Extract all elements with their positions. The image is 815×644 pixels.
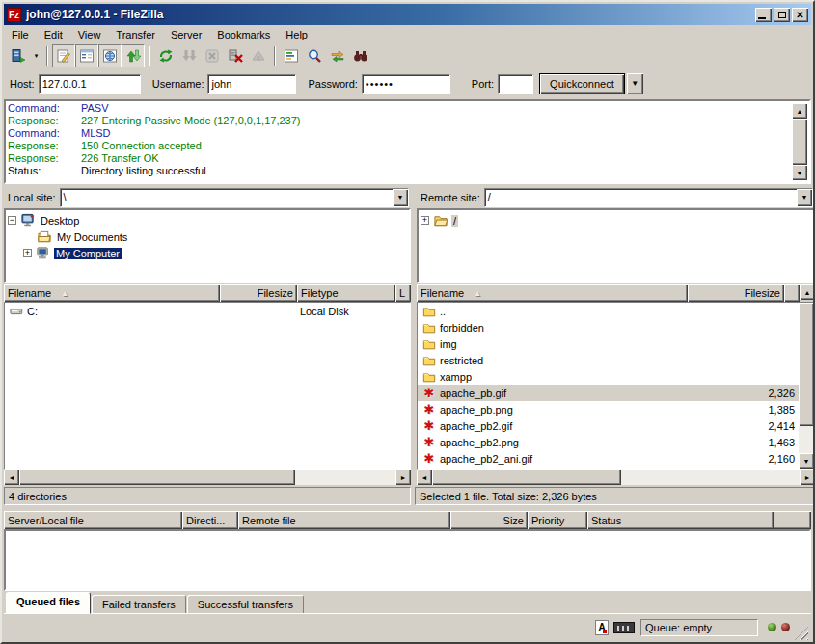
scroll-thumb[interactable] xyxy=(19,470,295,485)
toggle-message-log-button[interactable] xyxy=(52,44,75,67)
bottom-status-bar: A Queue: empty xyxy=(4,613,811,640)
local-list-header: Filename▲ Filesize Filetype L xyxy=(4,284,411,302)
column-header-filename[interactable]: Filename▲ xyxy=(4,284,220,302)
remote-site-combobox[interactable]: / ▼ xyxy=(484,188,813,207)
column-header-last-modified[interactable]: L xyxy=(395,284,411,302)
file-row[interactable]: ✱apache_pb2.png 1,463 xyxy=(418,434,799,450)
compare-icon xyxy=(307,48,322,64)
toggle-remote-tree-button[interactable] xyxy=(98,44,122,67)
column-header-status[interactable]: Status xyxy=(587,511,774,529)
local-site-dropdown[interactable]: ▼ xyxy=(393,189,408,206)
tree-item-root[interactable]: + / xyxy=(421,212,811,228)
tree-item-my-computer[interactable]: + My Computer xyxy=(8,245,407,261)
site-manager-dropdown[interactable]: ▾ xyxy=(30,44,42,67)
refresh-button[interactable] xyxy=(154,44,177,67)
remote-tree-icon xyxy=(102,48,118,64)
log-label: Response: xyxy=(8,140,81,152)
file-row[interactable]: ✱apache_pb.png 1,385 xyxy=(418,401,799,417)
scroll-right-button[interactable]: ► xyxy=(395,470,411,485)
expand-icon[interactable]: + xyxy=(421,216,429,225)
filter-button[interactable] xyxy=(280,44,303,67)
toggle-local-tree-button[interactable] xyxy=(75,44,98,67)
scroll-left-button[interactable]: ◄ xyxy=(417,470,432,485)
disconnect-button[interactable] xyxy=(224,44,247,67)
scroll-thumb[interactable] xyxy=(799,303,814,426)
window-title: john@127.0.0.1 - FileZilla xyxy=(26,8,753,21)
tab-queued-files[interactable]: Queued files xyxy=(6,592,91,614)
column-header-filler xyxy=(774,511,811,529)
tree-item-desktop[interactable]: − Desktop xyxy=(8,212,407,228)
tab-failed-transfers[interactable]: Failed transfers xyxy=(92,595,186,614)
column-header-direction[interactable]: Directi... xyxy=(182,511,238,529)
scroll-right-button[interactable]: ► xyxy=(800,470,815,485)
maximize-button[interactable] xyxy=(774,8,790,22)
log-line: Command:MLSD xyxy=(8,127,807,140)
file-row[interactable]: ✱apache_pb2_ani.gif 2,160 xyxy=(418,450,799,467)
menu-transfer[interactable]: Transfer xyxy=(108,27,163,42)
file-row-c-drive[interactable]: C: Local Disk xyxy=(5,303,410,319)
username-input[interactable] xyxy=(207,74,296,94)
file-name: img xyxy=(440,338,457,350)
file-row[interactable]: .. xyxy=(418,303,799,319)
column-header-priority[interactable]: Priority xyxy=(528,511,587,529)
file-row[interactable]: forbidden xyxy=(418,319,799,335)
remote-horizontal-scrollbar[interactable]: ◄ ► xyxy=(417,470,815,485)
menu-view[interactable]: View xyxy=(70,27,109,42)
tree-item-label: My Computer xyxy=(54,248,122,259)
column-header-filetype[interactable]: Filetype xyxy=(297,284,395,302)
tab-successful-transfers[interactable]: Successful transfers xyxy=(187,595,304,614)
column-header-size[interactable]: Size xyxy=(450,511,528,529)
menu-server[interactable]: Server xyxy=(163,27,209,42)
site-manager-button[interactable] xyxy=(7,44,30,67)
log-scrollbar[interactable]: ▲ ▼ xyxy=(792,103,807,180)
scroll-thumb[interactable] xyxy=(432,470,621,485)
process-queue-button[interactable] xyxy=(177,44,201,67)
column-header-server-local-file[interactable]: Server/Local file xyxy=(4,511,182,529)
remote-list-rows: .. forbidden img restricted xampp xyxy=(418,303,799,469)
minimize-button[interactable] xyxy=(755,8,772,22)
file-row-selected[interactable]: ✱apache_pb.gif 2,326 xyxy=(418,385,799,401)
collapse-icon[interactable]: − xyxy=(8,216,16,225)
expand-icon[interactable]: + xyxy=(23,249,32,257)
file-row[interactable]: ✱apache_pb2.gif 2,414 xyxy=(418,417,799,434)
quickconnect-dropdown[interactable]: ▼ xyxy=(627,73,643,94)
scroll-up-button[interactable]: ▲ xyxy=(792,103,807,119)
column-header-filesize[interactable]: Filesize xyxy=(220,284,297,302)
menu-bookmarks[interactable]: Bookmarks xyxy=(209,27,278,42)
remote-site-dropdown[interactable]: ▼ xyxy=(797,189,812,206)
file-row[interactable]: restricted xyxy=(418,352,799,368)
port-input[interactable] xyxy=(498,74,533,94)
scroll-left-button[interactable]: ◄ xyxy=(4,470,19,485)
scroll-thumb[interactable] xyxy=(792,119,807,165)
reconnect-button[interactable] xyxy=(247,44,270,67)
scroll-down-button[interactable]: ▼ xyxy=(799,453,814,469)
local-horizontal-scrollbar[interactable]: ◄ ► xyxy=(4,470,411,485)
resize-grip[interactable] xyxy=(795,627,808,640)
column-header-filesize[interactable]: Filesize xyxy=(688,284,784,302)
menu-edit[interactable]: Edit xyxy=(37,27,70,42)
local-site-combobox[interactable]: \ ▼ xyxy=(60,188,409,207)
file-row[interactable]: xampp xyxy=(418,368,799,385)
scroll-up-button[interactable]: ▲ xyxy=(800,284,815,300)
menu-file[interactable]: File xyxy=(4,27,37,42)
queue-list[interactable] xyxy=(4,529,811,591)
quickconnect-button[interactable]: Quickconnect xyxy=(539,73,625,94)
host-input[interactable] xyxy=(39,74,141,94)
menu-help[interactable]: Help xyxy=(278,27,315,42)
column-header-filename[interactable]: Filename▲ xyxy=(417,284,688,302)
synchronized-browsing-button[interactable] xyxy=(326,44,349,67)
title-bar: Fz john@127.0.0.1 - FileZilla ✕ xyxy=(4,4,811,25)
file-row[interactable]: img xyxy=(418,335,799,352)
cancel-operation-button[interactable] xyxy=(201,44,224,67)
tree-item-my-documents[interactable]: My Documents xyxy=(8,228,407,245)
process-queue-icon xyxy=(181,48,197,64)
password-input[interactable] xyxy=(362,74,450,94)
compare-directories-button[interactable] xyxy=(303,44,326,67)
remote-vertical-scrollbar[interactable]: ▼ xyxy=(799,303,814,469)
find-files-button[interactable] xyxy=(349,44,372,67)
toggle-transfer-queue-button[interactable] xyxy=(122,44,145,67)
close-button[interactable]: ✕ xyxy=(792,8,808,22)
folder-icon xyxy=(421,305,437,318)
scroll-down-button[interactable]: ▼ xyxy=(792,165,807,180)
column-header-remote-file[interactable]: Remote file xyxy=(238,511,450,529)
